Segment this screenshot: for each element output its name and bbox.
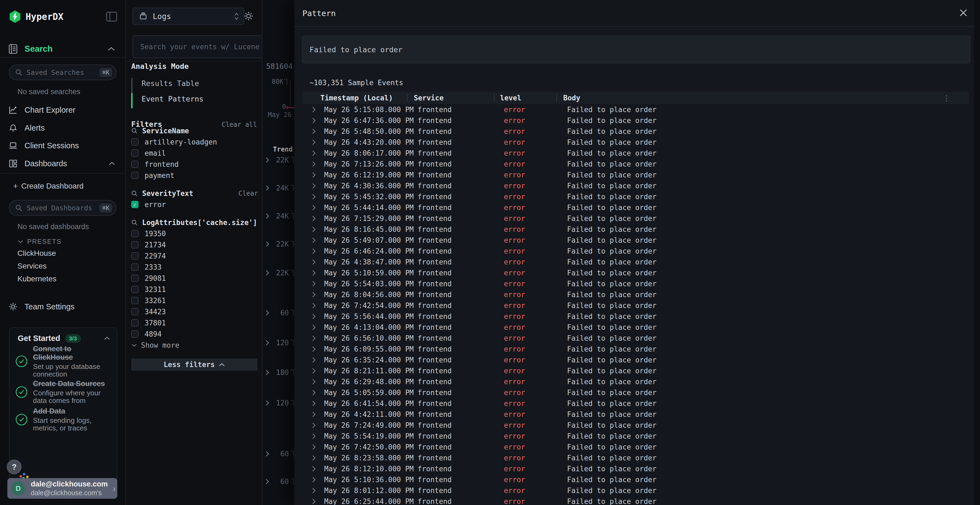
expand-row-icon[interactable] xyxy=(312,411,320,418)
column-header-timestamp[interactable]: Timestamp (Local) xyxy=(320,94,414,102)
expand-row-icon[interactable] xyxy=(312,183,320,189)
filter-option-row[interactable]: 19350 xyxy=(131,228,258,239)
scrollbar-track[interactable] xyxy=(974,0,980,505)
event-row[interactable]: May 26 8:23:58.000 PMfrontenderrorFailed… xyxy=(302,453,969,464)
event-row[interactable]: May 26 5:48:50.000 PMfrontenderrorFailed… xyxy=(302,126,969,137)
expand-row-icon[interactable] xyxy=(312,204,320,211)
expand-row-icon[interactable] xyxy=(312,117,320,124)
checkbox[interactable] xyxy=(131,308,138,315)
get-started-step[interactable]: Create Data SourcesConfigure where your … xyxy=(16,380,112,404)
saved-dashboards-input[interactable]: ⌘K xyxy=(9,200,116,216)
filter-option-row[interactable]: 37801 xyxy=(131,317,258,329)
clear-filter-button[interactable]: Clear xyxy=(239,190,258,197)
expand-row-icon[interactable] xyxy=(312,498,320,505)
sidebar-item-chart-explorer[interactable]: Chart Explorer xyxy=(0,101,125,119)
event-row[interactable]: May 26 6:46:24.000 PMfrontenderrorFailed… xyxy=(302,246,969,257)
filter-option-row[interactable]: artillery-loadgen xyxy=(131,136,258,148)
event-row[interactable]: May 26 6:25:44.000 PMfrontenderrorFailed… xyxy=(302,496,969,505)
preset-dashboard-kubernetes[interactable]: Kubernetes xyxy=(18,273,56,285)
expand-row-icon[interactable] xyxy=(312,106,320,113)
event-row[interactable]: May 26 5:15:08.000 PMfrontenderrorFailed… xyxy=(302,104,969,115)
expand-row-icon[interactable] xyxy=(312,259,320,265)
sidebar-item-dashboards[interactable]: Dashboards xyxy=(0,154,125,173)
filter-option-row[interactable]: 22974 xyxy=(131,250,258,262)
event-row[interactable]: May 26 7:15:29.000 PMfrontenderrorFailed… xyxy=(302,213,969,224)
expand-row-icon[interactable] xyxy=(312,139,320,146)
event-row[interactable]: May 26 6:41:54.000 PMfrontenderrorFailed… xyxy=(302,398,969,409)
collapse-sidebar-icon[interactable] xyxy=(106,12,117,22)
event-row[interactable]: May 26 6:56:10.000 PMfrontenderrorFailed… xyxy=(302,333,969,344)
mode-results-table[interactable]: Results Table xyxy=(142,78,199,88)
expand-row-icon[interactable] xyxy=(312,281,320,287)
event-row[interactable]: May 26 5:56:44.000 PMfrontenderrorFailed… xyxy=(302,311,969,322)
checkbox[interactable] xyxy=(131,230,138,237)
expand-row-icon[interactable] xyxy=(312,226,320,233)
show-more-toggle[interactable]: Show more xyxy=(131,340,258,351)
expand-row-icon[interactable] xyxy=(312,378,320,385)
sidebar-item-client-sessions[interactable]: Client Sessions xyxy=(0,137,125,154)
filter-option-row[interactable]: 4894 xyxy=(131,329,258,340)
event-row[interactable]: May 26 5:05:59.000 PMfrontenderrorFailed… xyxy=(302,387,969,398)
event-row[interactable]: May 26 5:44:14.000 PMfrontenderrorFailed… xyxy=(302,202,969,213)
event-row[interactable]: May 26 7:24:49.000 PMfrontenderrorFailed… xyxy=(302,420,969,431)
expand-row-icon[interactable] xyxy=(265,451,269,457)
event-row[interactable]: May 26 8:06:17.000 PMfrontenderrorFailed… xyxy=(302,148,969,159)
checkbox[interactable] xyxy=(131,286,138,293)
get-started-step[interactable]: Connect to ClickHouseSet up your databas… xyxy=(16,345,112,378)
expand-row-icon[interactable] xyxy=(265,478,269,485)
expand-row-icon[interactable] xyxy=(265,369,269,376)
expand-row-icon[interactable] xyxy=(265,310,269,316)
event-row[interactable]: May 26 5:49:07.000 PMfrontenderrorFailed… xyxy=(302,235,969,246)
create-dashboard-button[interactable]: + Create Dashboard xyxy=(0,178,125,194)
checkbox[interactable] xyxy=(131,297,138,304)
expand-row-icon[interactable] xyxy=(312,128,320,135)
expand-row-icon[interactable] xyxy=(265,400,269,406)
expand-row-icon[interactable] xyxy=(312,487,320,494)
event-row[interactable]: May 26 5:45:32.000 PMfrontenderrorFailed… xyxy=(302,191,969,202)
expand-row-icon[interactable] xyxy=(265,270,269,276)
filter-option-row[interactable]: 21734 xyxy=(131,239,258,250)
sidebar-item-team-settings[interactable]: Team Settings xyxy=(0,298,125,316)
column-header-service[interactable]: Service xyxy=(414,94,500,102)
saved-searches-field[interactable] xyxy=(26,68,100,77)
event-row[interactable]: May 26 5:54:03.000 PMfrontenderrorFailed… xyxy=(302,278,969,289)
filter-option-row[interactable]: frontend xyxy=(131,159,258,170)
expand-row-icon[interactable] xyxy=(265,185,269,191)
expand-row-icon[interactable] xyxy=(312,270,320,276)
event-row[interactable]: May 26 4:42:11.000 PMfrontenderrorFailed… xyxy=(302,409,969,420)
expand-row-icon[interactable] xyxy=(312,476,320,483)
source-settings-gear-icon[interactable] xyxy=(243,11,254,21)
checkbox[interactable] xyxy=(131,160,138,168)
saved-searches-input[interactable]: ⌘K xyxy=(9,65,116,80)
checkbox[interactable] xyxy=(131,172,138,179)
column-resize-handle[interactable] xyxy=(494,94,495,102)
preset-dashboard-services[interactable]: Services xyxy=(18,260,46,272)
get-started-step[interactable]: Add DataStart sending logs, metrics, or … xyxy=(16,407,112,432)
event-row[interactable]: May 26 8:04:56.000 PMfrontenderrorFailed… xyxy=(302,289,969,300)
help-button[interactable]: ? xyxy=(7,460,22,474)
event-row[interactable]: May 26 6:12:19.000 PMfrontenderrorFailed… xyxy=(302,170,969,180)
event-row[interactable]: May 26 4:30:36.000 PMfrontenderrorFailed… xyxy=(302,180,969,191)
expand-row-icon[interactable] xyxy=(312,237,320,243)
event-row[interactable]: May 26 5:10:59.000 PMfrontenderrorFailed… xyxy=(302,267,969,278)
expand-row-icon[interactable] xyxy=(312,291,320,298)
event-row[interactable]: May 26 8:01:12.000 PMfrontenderrorFailed… xyxy=(302,485,969,496)
column-resize-handle[interactable] xyxy=(556,94,557,102)
checkbox[interactable] xyxy=(131,241,138,248)
filter-option-row[interactable]: 33261 xyxy=(131,295,258,306)
checkbox[interactable] xyxy=(131,319,138,327)
table-options-kebab-icon[interactable]: ⋮ xyxy=(943,94,950,102)
expand-row-icon[interactable] xyxy=(312,422,320,429)
expand-row-icon[interactable] xyxy=(312,433,320,440)
event-row[interactable]: May 26 6:09:55.000 PMfrontenderrorFailed… xyxy=(302,344,969,354)
event-row[interactable]: May 26 5:10:36.000 PMfrontenderrorFailed… xyxy=(302,474,969,485)
event-row[interactable]: May 26 6:29:48.000 PMfrontenderrorFailed… xyxy=(302,376,969,387)
event-row[interactable]: May 26 8:16:45.000 PMfrontenderrorFailed… xyxy=(302,224,969,235)
filter-option-row[interactable]: 32311 xyxy=(131,284,258,295)
chevron-up-icon[interactable] xyxy=(107,46,115,51)
expand-row-icon[interactable] xyxy=(312,194,320,200)
event-row[interactable]: May 26 7:13:26.000 PMfrontenderrorFailed… xyxy=(302,159,969,170)
mode-event-patterns[interactable]: Event Patterns xyxy=(142,94,204,104)
filter-option-row[interactable]: 2333 xyxy=(131,262,258,273)
expand-row-icon[interactable] xyxy=(312,400,320,407)
